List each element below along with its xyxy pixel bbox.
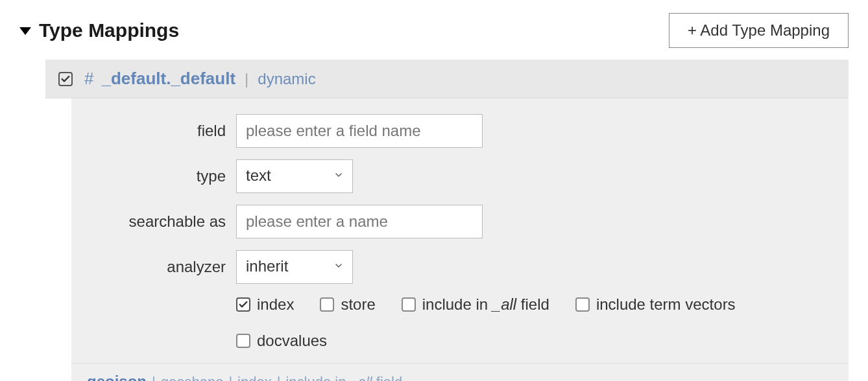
checkbox-unchecked-icon — [575, 297, 590, 312]
separator-pipe: | — [245, 70, 248, 88]
analyzer-label: analyzer — [87, 258, 236, 276]
separator-pipe: | — [152, 374, 156, 381]
docvalues-checkbox[interactable]: docvalues — [236, 332, 327, 350]
hash-sign: # — [84, 69, 93, 89]
existing-field-mapping-row[interactable]: geojson | geoshape | index | include in … — [71, 363, 849, 381]
store-checkbox[interactable]: store — [320, 295, 375, 314]
geojson-index-flag: index — [237, 374, 272, 381]
store-label: store — [341, 295, 375, 314]
mapping-name-link[interactable]: _default._default — [101, 69, 235, 89]
geojson-type: geoshape — [161, 374, 224, 381]
separator-pipe: | — [277, 374, 281, 381]
field-label: field — [87, 122, 236, 140]
geojson-include-in-all: include in _all field — [285, 374, 402, 381]
mapping-enabled-checkbox[interactable] — [58, 72, 73, 86]
include-term-vectors-label: include term vectors — [596, 295, 736, 314]
geojson-field-link[interactable]: geojson — [87, 373, 147, 381]
docvalues-label: docvalues — [257, 332, 327, 350]
include-in-all-checkbox[interactable]: include in _all field — [402, 295, 549, 314]
checkbox-unchecked-icon — [402, 297, 416, 312]
checkbox-unchecked-icon — [236, 334, 250, 348]
type-select[interactable]: text — [236, 159, 353, 193]
analyzer-select[interactable]: inherit — [236, 250, 353, 284]
separator-pipe: | — [228, 374, 232, 381]
checkbox-unchecked-icon — [320, 297, 334, 312]
mapping-header: # _default._default | dynamic — [45, 60, 849, 98]
caret-down-icon[interactable] — [19, 27, 31, 35]
checkbox-checked-icon — [236, 297, 250, 312]
searchable-as-input[interactable] — [236, 205, 483, 238]
include-in-all-label: include in _all field — [422, 295, 549, 314]
searchable-as-label: searchable as — [87, 213, 236, 231]
add-type-mapping-button[interactable]: + Add Type Mapping — [669, 13, 849, 48]
field-name-input[interactable] — [236, 114, 483, 148]
include-term-vectors-checkbox[interactable]: include term vectors — [575, 295, 783, 314]
type-label: type — [87, 167, 236, 185]
mapping-mode: dynamic — [258, 70, 315, 88]
index-checkbox[interactable]: index — [236, 295, 294, 314]
index-label: index — [257, 295, 294, 314]
section-title: Type Mappings — [39, 19, 179, 41]
